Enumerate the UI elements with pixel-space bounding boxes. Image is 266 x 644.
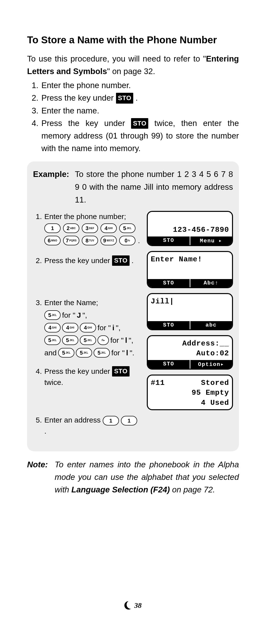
ex-step-2: Press the key under STO . — [44, 255, 140, 266]
key-4: 4GHI — [101, 224, 117, 233]
example-steps: 1.Enter the phone number; 1 2ABC 3DEF 4G… — [33, 211, 140, 444]
softkey-sto: STO — [148, 279, 190, 287]
example-label: Example: — [33, 168, 75, 206]
softkey-abc: abc — [190, 321, 232, 329]
ex-step-5: Enter an address 1 1 . — [44, 414, 140, 436]
softkey-abc-shift: Abc↑ — [190, 279, 232, 287]
section-heading: To Store a Name with the Phone Number — [27, 34, 239, 46]
key-6: 6MNO — [44, 236, 61, 245]
note-label: Note: — [27, 458, 55, 496]
lcd-enter-name: Enter Name! STOAbc↑ — [147, 251, 233, 288]
step-4: Press the key under STO twice, then ente… — [41, 117, 239, 154]
softkey-menu: Menu ▸ — [190, 236, 232, 245]
lcd-name-entered: Jill| STOabc — [147, 293, 233, 330]
key-7: 7PQRS — [63, 236, 79, 245]
lcd-stored: #11Stored 95 Empty 4 Used — [147, 374, 233, 410]
key-1: 1 — [121, 416, 137, 426]
key-5: 5JKL — [94, 348, 110, 358]
crescent-icon — [124, 601, 133, 610]
key-5: 5JKL — [119, 224, 135, 233]
softkey-option: Option▸ — [190, 360, 232, 369]
step-2: Press the key under STO . — [41, 92, 239, 104]
intro-seg2: " on page 32. — [107, 67, 155, 76]
step-1: Enter the phone number. — [41, 79, 239, 92]
lcd-column: 123-456-7890 STOMenu ▸ Enter Name! STOAb… — [147, 211, 233, 444]
intro-paragraph: To use this procedure, you will need to … — [27, 52, 239, 78]
intro-seg1: To use this procedure, you will need to … — [27, 54, 206, 63]
key-3: 3DEF — [82, 224, 98, 233]
page-number: 38 — [124, 601, 142, 610]
step-list: 1.Enter the phone number. 2. Press the k… — [27, 79, 239, 154]
softkey-sto: STO — [148, 360, 190, 369]
note: Note: To enter names into the phonebook … — [27, 458, 239, 496]
example-text: To store the phone number 1 2 3 4 5 6 7 … — [75, 168, 233, 206]
key-4: 4GHI — [62, 323, 78, 332]
sto-badge: STO — [112, 256, 129, 266]
softkey-sto: STO — [148, 236, 190, 245]
key-5: 5JKL — [44, 336, 61, 345]
key-5: 5JKL — [76, 348, 92, 358]
sto-badge: STO — [131, 118, 148, 129]
key-1: 1 — [103, 416, 119, 426]
key-4: 4GHI — [44, 323, 61, 332]
key-5: 5JKL — [62, 336, 78, 345]
lcd-dial: 123-456-7890 STOMenu ▸ — [147, 211, 233, 246]
key-5: 5JKL — [80, 336, 96, 345]
key-8: 8TUV — [82, 236, 98, 245]
example-box: Example: To store the phone number 1 2 3… — [27, 162, 239, 451]
ex-step-1: Enter the phone number; — [44, 211, 140, 222]
key-1: 1 — [44, 224, 61, 233]
key-5: 5JKL — [44, 310, 61, 320]
key-f: F▸ — [98, 336, 109, 345]
key-5: 5JKL — [58, 348, 74, 358]
sto-badge: STO — [116, 93, 133, 103]
ex-step-4: Press the key under STO twice. — [44, 366, 140, 388]
key-2: 2ABC — [63, 224, 79, 233]
key-4: 4GHI — [80, 323, 96, 332]
lcd-address: Address:__ Auto:02 STOOption▸ — [147, 335, 233, 370]
key-9: 9WXYZ — [101, 236, 117, 245]
note-text: To enter names into the phonebook in the… — [55, 458, 239, 496]
softkey-sto: STO — [148, 321, 190, 329]
sto-badge: STO — [112, 366, 129, 376]
ex-step-3: Enter the Name; — [44, 297, 140, 308]
key-0: 0↻ — [119, 236, 135, 245]
step-3: Enter the name. — [41, 104, 239, 117]
